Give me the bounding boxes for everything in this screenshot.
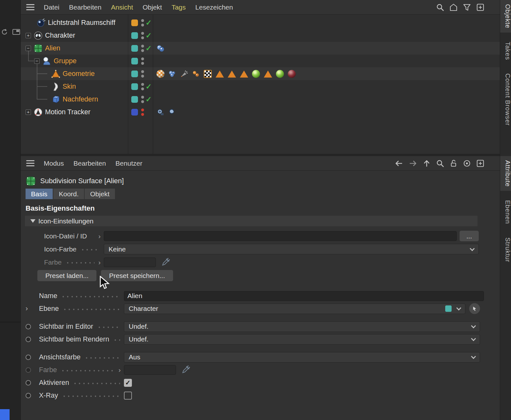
keyframe-circle-icon[interactable] bbox=[26, 393, 31, 398]
jiggle-object-icon[interactable] bbox=[51, 95, 60, 104]
menu-lesezeichen[interactable]: Lesezeichen bbox=[191, 4, 238, 11]
tree-row[interactable]: Skin ✓ bbox=[21, 80, 500, 93]
expand-arrow-icon[interactable]: › bbox=[118, 366, 121, 374]
tab-koord[interactable]: Koord. bbox=[53, 189, 84, 199]
tree-row[interactable]: + Motion Tracker bbox=[21, 106, 500, 118]
layer-swatch[interactable] bbox=[131, 71, 138, 77]
add-panel-icon[interactable] bbox=[476, 3, 484, 11]
visible-render-select[interactable]: Undef. bbox=[124, 334, 480, 345]
polygon-selection-tag-icon[interactable] bbox=[240, 70, 248, 78]
lock-icon[interactable] bbox=[449, 159, 458, 168]
hamburger-menu-icon[interactable] bbox=[26, 160, 34, 166]
layer-swatch[interactable] bbox=[131, 83, 138, 90]
expand-arrow-icon[interactable]: › bbox=[98, 259, 101, 266]
visibility-dots[interactable] bbox=[141, 57, 144, 65]
motion-tracker-icon[interactable] bbox=[34, 108, 43, 117]
tab-struktur[interactable]: Struktur bbox=[500, 233, 511, 266]
expand-arrow-icon[interactable]: › bbox=[26, 304, 28, 313]
skin-object-icon[interactable] bbox=[51, 82, 60, 91]
material-tag-green-icon[interactable] bbox=[252, 70, 260, 78]
enabled-check[interactable]: ✓ bbox=[145, 31, 153, 40]
tab-objekte[interactable]: Objekte bbox=[500, 0, 511, 33]
character-object-icon[interactable] bbox=[34, 31, 43, 40]
home-icon[interactable] bbox=[449, 3, 458, 11]
xray-checkbox[interactable] bbox=[124, 392, 132, 400]
enabled-check[interactable]: ✓ bbox=[145, 19, 153, 27]
hamburger-menu-icon[interactable] bbox=[26, 4, 34, 10]
enabled-check[interactable]: ✓ bbox=[145, 82, 153, 91]
search-icon[interactable] bbox=[436, 3, 444, 11]
icon-file-input[interactable] bbox=[104, 231, 457, 241]
expander-toggle[interactable]: − bbox=[34, 58, 40, 64]
tree-row[interactable]: Nachfedern ✓ bbox=[21, 93, 500, 106]
tracker-solve-tag-icon[interactable] bbox=[168, 108, 176, 116]
visibility-dots[interactable] bbox=[141, 109, 144, 116]
enabled-check[interactable]: ✓ bbox=[145, 44, 153, 53]
forward-icon[interactable] bbox=[408, 159, 417, 168]
preset-save-button[interactable]: Preset speichern... bbox=[101, 270, 173, 281]
tree-row[interactable]: Lichtstrahl Raumschiff ✓ bbox=[21, 16, 500, 29]
browse-button[interactable]: ... bbox=[460, 231, 479, 241]
keyframe-circle-icon[interactable] bbox=[26, 355, 31, 360]
up-icon[interactable] bbox=[423, 159, 431, 168]
tab-ebenen[interactable]: Ebenen bbox=[500, 196, 511, 228]
menu-datei[interactable]: Datei bbox=[39, 4, 64, 11]
panel-splitter[interactable] bbox=[21, 154, 500, 156]
expander-toggle[interactable]: + bbox=[26, 109, 31, 115]
uvw-tag-icon[interactable] bbox=[204, 70, 212, 78]
layer-swatch[interactable] bbox=[131, 109, 138, 116]
menu-benutzer[interactable]: Benutzer bbox=[111, 160, 147, 167]
menu-modus[interactable]: Modus bbox=[39, 160, 69, 167]
menu-ansicht[interactable]: Ansicht bbox=[106, 4, 138, 11]
texture-tag-icon[interactable] bbox=[156, 70, 164, 78]
back-icon[interactable] bbox=[394, 159, 403, 168]
color-value-box[interactable] bbox=[124, 365, 176, 375]
polygon-object-icon[interactable] bbox=[51, 69, 60, 79]
preset-load-button[interactable]: Preset laden... bbox=[37, 270, 96, 281]
weight-tag-icon[interactable] bbox=[156, 44, 164, 52]
material-tag-green-icon[interactable] bbox=[276, 70, 284, 78]
tracker-create-tag-icon[interactable] bbox=[156, 108, 164, 116]
tab-objekt[interactable]: Objekt bbox=[85, 189, 115, 199]
enabled-check[interactable]: ✓ bbox=[145, 95, 153, 104]
layer-swatch[interactable] bbox=[131, 45, 138, 52]
material-tag-red-icon[interactable] bbox=[288, 70, 296, 78]
visibility-dots[interactable] bbox=[141, 70, 144, 78]
keyframe-circle-icon[interactable] bbox=[26, 324, 31, 329]
tree-row[interactable]: Geometrie bbox=[21, 67, 500, 80]
add-panel-icon[interactable] bbox=[476, 159, 484, 168]
menu-objekt[interactable]: Objekt bbox=[138, 4, 167, 11]
visibility-dots[interactable] bbox=[141, 32, 144, 39]
layer-swatch[interactable] bbox=[131, 58, 138, 64]
menu-bearbeiten[interactable]: Bearbeiten bbox=[64, 4, 106, 11]
polygon-selection-tag-icon[interactable] bbox=[264, 70, 272, 78]
particle-dots-tag-icon[interactable] bbox=[192, 70, 200, 78]
search-icon[interactable] bbox=[436, 159, 444, 168]
color-value-box[interactable] bbox=[104, 258, 156, 267]
tab-content-browser[interactable]: Content Browser bbox=[500, 69, 511, 130]
name-input[interactable] bbox=[124, 291, 484, 301]
display-color-select[interactable]: Aus bbox=[124, 352, 480, 363]
enabled-checkbox[interactable]: ✓ bbox=[124, 379, 132, 387]
layer-pick-button[interactable] bbox=[469, 303, 480, 314]
tab-attribute[interactable]: Attribute bbox=[500, 156, 511, 191]
visibility-dots[interactable] bbox=[141, 83, 144, 90]
layer-select[interactable]: Character bbox=[124, 304, 465, 314]
new-window-icon[interactable] bbox=[12, 28, 20, 37]
subdivision-surface-icon[interactable] bbox=[34, 44, 43, 53]
keyframe-circle-icon[interactable] bbox=[26, 337, 31, 342]
icon-settings-group-header[interactable]: Icon-Einstellungen bbox=[25, 216, 477, 226]
keyframe-circle-icon[interactable] bbox=[26, 380, 31, 386]
keyframe-circle-icon[interactable] bbox=[26, 367, 31, 373]
refresh-icon[interactable] bbox=[1, 28, 8, 37]
layer-swatch[interactable] bbox=[131, 19, 138, 26]
tab-takes[interactable]: Takes bbox=[500, 38, 511, 64]
menu-tags[interactable]: Tags bbox=[167, 4, 190, 11]
expand-arrow-icon[interactable]: › bbox=[98, 232, 101, 240]
icon-color-select[interactable]: Keine bbox=[104, 244, 479, 254]
visibility-dots[interactable] bbox=[141, 45, 144, 52]
expander-toggle[interactable]: + bbox=[26, 33, 31, 38]
polygon-selection-tag-icon[interactable] bbox=[228, 70, 236, 78]
filter-icon[interactable] bbox=[463, 3, 471, 11]
expander-toggle[interactable]: − bbox=[26, 46, 31, 51]
